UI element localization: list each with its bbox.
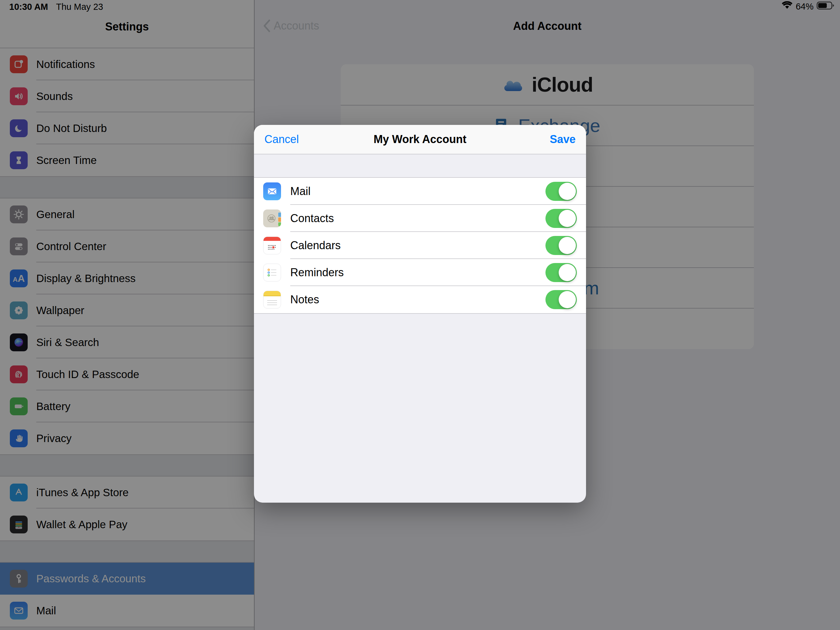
calendars-icon	[263, 237, 281, 255]
modal-row-label: Mail	[290, 185, 311, 198]
modal-header: Cancel My Work Account Save	[254, 125, 586, 154]
calendar-red-band	[264, 237, 281, 241]
modal-row-label: Contacts	[290, 212, 334, 225]
toggle-knob	[559, 183, 576, 200]
modal-row-label: Calendars	[290, 239, 341, 252]
modal-row-contacts: Contacts	[254, 205, 586, 232]
notes-yellow-band	[264, 291, 281, 296]
contacts-tab	[278, 222, 281, 226]
calendars-toggle[interactable]	[545, 236, 577, 255]
notes-icon	[263, 291, 281, 309]
toggle-knob	[559, 291, 576, 308]
notes-toggle[interactable]	[545, 290, 577, 309]
save-button[interactable]: Save	[550, 133, 576, 146]
modal-row-mail: Mail	[254, 178, 586, 205]
toggle-knob	[559, 264, 576, 281]
modal-row-calendars: Calendars	[254, 232, 586, 259]
modal-title: My Work Account	[254, 133, 586, 146]
my-work-account-modal: Cancel My Work Account Save Mail C	[254, 125, 586, 503]
ipad-settings-screen: 10:30 AM Thu May 23 64% Settings Notific…	[0, 0, 840, 630]
modal-spacer	[254, 154, 586, 177]
reminders-icon	[263, 264, 281, 282]
modal-row-label: Reminders	[290, 266, 344, 279]
contacts-tab	[278, 212, 281, 217]
contacts-icon	[263, 209, 281, 227]
modal-row-label: Notes	[290, 293, 319, 306]
mail-toggle[interactable]	[545, 182, 577, 201]
modal-toggle-list: Mail Contacts Calendars	[254, 177, 586, 314]
reminders-toggle[interactable]	[545, 263, 577, 282]
modal-row-notes: Notes	[254, 286, 586, 313]
modal-row-reminders: Reminders	[254, 259, 586, 286]
contacts-tab	[278, 217, 281, 222]
toggle-knob	[559, 237, 576, 254]
contacts-toggle[interactable]	[545, 209, 577, 228]
toggle-knob	[559, 210, 576, 227]
mail-icon	[263, 182, 281, 200]
